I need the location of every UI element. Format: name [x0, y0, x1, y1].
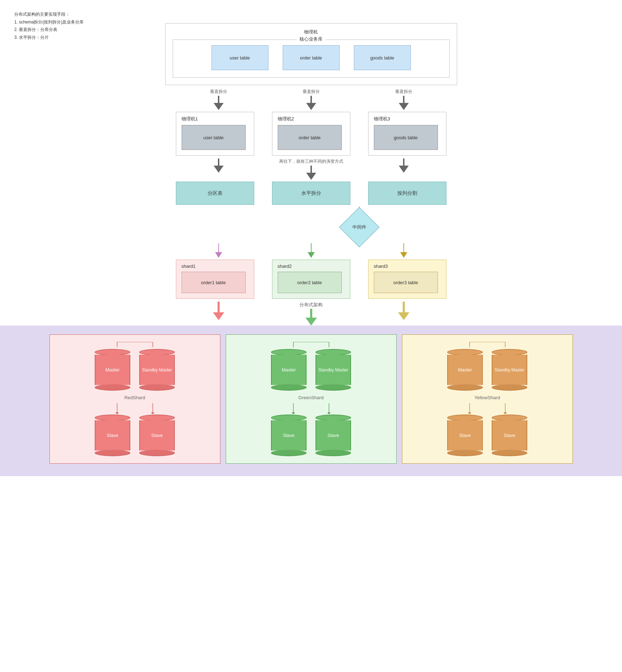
machine1-title: 物理机1 — [182, 116, 249, 122]
yellow-slave1-cylinder: Slave — [447, 415, 483, 456]
middleware-label: 中间件 — [352, 224, 366, 230]
evo-arrow-col-1 — [172, 158, 265, 180]
shard1-table: order1 table — [182, 272, 246, 293]
shard3-title: shard3 — [374, 264, 441, 269]
arrow-head-2 — [306, 103, 316, 110]
machines-row: 物理机1 user table 物理机2 order table 物理机3 go… — [0, 112, 622, 156]
green-standby-cylinder: Standby Master — [315, 349, 351, 391]
arrow-head-3 — [399, 103, 409, 110]
arrow-shaft-3 — [403, 96, 404, 103]
machine2-title: 物理机2 — [278, 116, 345, 122]
red-cluster-name: RedShard — [124, 395, 145, 400]
user-table-box: user table — [211, 45, 268, 70]
shard-arrow-3 — [357, 243, 450, 258]
arrow-head-1 — [214, 103, 224, 110]
arrow-col-3: 垂直拆分 — [357, 89, 450, 110]
note-line2: 2. 垂直拆分：分库分表 — [14, 26, 84, 34]
machine3-box: 物理机3 goods table — [368, 112, 446, 156]
middleware-diamond: 中间件 — [339, 207, 379, 247]
yellow-master-cylinder: Master — [447, 349, 483, 391]
cyan-boxes-row: 分区表 水平拆分 按列分割 — [0, 182, 622, 205]
vertical-split-arrows: 垂直拆分 垂直拆分 垂直拆分 — [165, 89, 457, 110]
goods-table-box: goods table — [354, 45, 411, 70]
red-slave-row: Slave Slave — [95, 415, 175, 456]
bottom-section: Master Standby Master RedShard — [0, 325, 622, 476]
machine2-table: order table — [278, 125, 342, 150]
distrib-arrow-1 — [172, 302, 265, 320]
distrib-arrow-2: 分布式架构 — [265, 302, 357, 325]
horizontal-split-box: 水平拆分 — [272, 182, 350, 205]
distrib-arrow-3 — [357, 302, 450, 320]
column-split-box: 按列分割 — [368, 182, 446, 205]
shard2-box: shard2 order2 table — [272, 260, 350, 299]
yellow-standby-cylinder: Standby Master — [492, 349, 527, 391]
red-shard-cluster: Master Standby Master RedShard — [49, 334, 220, 464]
evolution-text: 再往下，就有三种不同的演变方式 — [279, 158, 343, 165]
machine2-box: 物理机2 order table — [272, 112, 350, 156]
machine1-box: 物理机1 user table — [176, 112, 254, 156]
yellow-master-row: Master Standby Master — [447, 349, 527, 391]
diamond-arrow: 中间件 — [0, 207, 622, 241]
shard2-title: shard2 — [278, 264, 345, 269]
red-slave1-cylinder: Slave — [95, 415, 130, 456]
order-table-box: order table — [283, 45, 340, 70]
arrow-shaft-2 — [310, 96, 312, 103]
note-title: 分布式架构的主要实现手段： — [14, 11, 84, 19]
shard2-table: order2 table — [278, 272, 342, 293]
arrow-col-2: 垂直拆分 — [265, 89, 357, 110]
machine3-title: 物理机3 — [374, 116, 441, 122]
shard3-box: shard3 order3 table — [368, 260, 446, 299]
evolution-arrow-row: 再往下，就有三种不同的演变方式 — [165, 158, 457, 180]
green-slave-row: Slave Slave — [271, 415, 351, 456]
note-line1: 1. schema拆分(按列拆分)及业务分库 — [14, 19, 84, 26]
red-slave2-cylinder: Slave — [139, 415, 175, 456]
evo-arrow-col-3 — [357, 158, 450, 180]
shard1-box: shard1 order1 table — [176, 260, 254, 299]
business-box: 核心业务库 user table order table goods table — [173, 40, 450, 78]
green-master-cylinder: Master — [271, 349, 307, 391]
green-shard-cluster: Master Standby Master GreenShard — [226, 334, 397, 464]
green-master-row: Master Standby Master — [271, 349, 351, 391]
green-slave1-cylinder: Slave — [271, 415, 307, 456]
top-machine-box: 物理机 核心业务库 user table order table goods t… — [165, 23, 457, 85]
red-master-row: Master Standby Master — [95, 349, 175, 391]
shard-arrows-row — [165, 243, 457, 258]
shard1-title: shard1 — [182, 264, 249, 269]
yellow-cluster-name: YellowShard — [475, 395, 500, 400]
diagram-container: 分布式架构的主要实现手段： 1. schema拆分(按列拆分)及业务分库 2. … — [0, 0, 622, 476]
shard-arrow-2 — [265, 243, 357, 258]
distributed-label: 分布式架构 — [299, 302, 323, 308]
split-label-2: 垂直拆分 — [303, 89, 320, 95]
green-slave2-cylinder: Slave — [315, 415, 351, 456]
machine3-table: goods table — [374, 125, 438, 150]
yellow-slave2-cylinder: Slave — [492, 415, 527, 456]
evo-arrow-col-2: 再往下，就有三种不同的演变方式 — [265, 158, 357, 180]
partition-table-box: 分区表 — [176, 182, 254, 205]
notes-section: 分布式架构的主要实现手段： 1. schema拆分(按列拆分)及业务分库 2. … — [14, 11, 84, 41]
shard3-table: order3 table — [374, 272, 438, 293]
red-master-cylinder: Master — [95, 349, 130, 391]
note-line3: 3. 水平拆分：分片 — [14, 34, 84, 42]
yellow-shard-cluster: Master Standby Master YellowShard — [402, 334, 573, 464]
top-machine-label: 物理机 — [173, 29, 450, 35]
split-label-3: 垂直拆分 — [395, 89, 412, 95]
red-standby-cylinder: Standby Master — [139, 349, 175, 391]
shards-row: shard1 order1 table shard2 order2 table … — [0, 260, 622, 299]
machine1-table: user table — [182, 125, 246, 150]
shard-arrow-1 — [172, 243, 265, 258]
split-label-1: 垂直拆分 — [210, 89, 227, 95]
arrow-col-1: 垂直拆分 — [172, 89, 265, 110]
green-cluster-name: GreenShard — [298, 395, 324, 400]
business-label: 核心业务库 — [297, 36, 325, 42]
distrib-arrow-row: 分布式架构 — [165, 302, 457, 325]
arrow-shaft-1 — [218, 96, 219, 103]
yellow-slave-row: Slave Slave — [447, 415, 527, 456]
